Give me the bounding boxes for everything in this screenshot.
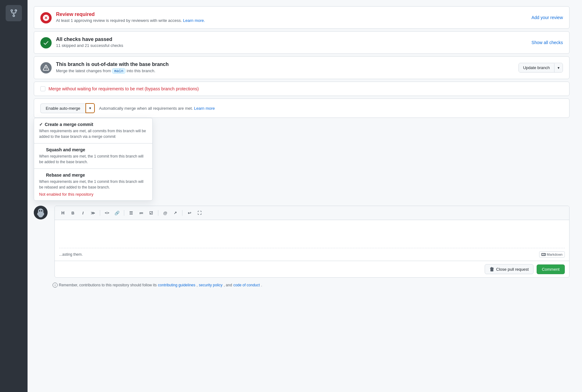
svg-point-6	[41, 210, 42, 211]
avatar-column	[34, 206, 50, 219]
bold-icon[interactable]: B	[69, 209, 77, 217]
branch-title: This branch is out-of-date with the base…	[56, 62, 518, 67]
success-icon	[40, 37, 52, 48]
reference-icon[interactable]: ↗	[171, 209, 179, 217]
error-icon	[40, 12, 52, 23]
checks-content: All checks have passed 11 skipped and 21…	[56, 37, 532, 48]
merge-commit-title: ✓ Create a merge commit	[39, 122, 147, 127]
checks-title: All checks have passed	[56, 37, 532, 42]
branch-action: Update branch ▾	[518, 63, 563, 73]
checks-description: 11 skipped and 21 successful checks	[56, 43, 532, 48]
merge-type-dropdown: ✓ Create a merge commit When requirement…	[34, 118, 153, 201]
heading-icon[interactable]: H	[59, 209, 67, 217]
security-policy-link[interactable]: security policy	[199, 283, 222, 287]
contributing-footer: i Remember, contributions to this reposi…	[34, 280, 569, 288]
automerge-learn-more-link[interactable]: Learn more	[194, 106, 215, 111]
undo-icon[interactable]: ↩	[186, 209, 193, 217]
squash-merge-title: Squash and merge	[39, 147, 147, 152]
comment-body: H B I ≫ <> 🔗 ☰ ≔ ☑ @ ↗ ↩ ⛶	[54, 206, 569, 278]
branch-content: This branch is out-of-date with the base…	[56, 62, 518, 74]
add-review-link[interactable]: Add your review	[532, 15, 563, 20]
merge-commit-option[interactable]: ✓ Create a merge commit When requirement…	[34, 118, 152, 143]
comment-footer: Close pull request Comment	[55, 261, 569, 277]
automerge-row: Enable auto-merge ▾ Automatically merge …	[34, 98, 569, 118]
contributing-guidelines-link[interactable]: contributing guidelines	[158, 283, 195, 287]
rebase-merge-option[interactable]: Rebase and merge When requirements are m…	[34, 169, 152, 200]
automerge-description: Automatically merge when all requirement…	[99, 106, 215, 111]
link-icon[interactable]: 🔗	[113, 209, 121, 217]
ordered-list-icon[interactable]: ≔	[137, 209, 145, 217]
bypass-label: Merge without waiting for requirements t…	[48, 86, 199, 91]
code-icon[interactable]: <>	[103, 209, 111, 217]
squash-merge-description: When requirements are met, the 1 commit …	[39, 153, 147, 165]
show-all-checks-link[interactable]: Show all checks	[532, 40, 563, 45]
fullscreen-icon[interactable]: ⛶	[196, 209, 203, 217]
italic-icon[interactable]: I	[79, 209, 87, 217]
toolbar-separator-1	[100, 210, 100, 216]
close-pr-label: Close pull request	[496, 267, 529, 272]
toolbar-separator-3	[158, 210, 158, 216]
rebase-merge-disabled-label: Not enabled for this repository	[39, 192, 147, 197]
sidebar	[0, 0, 28, 392]
update-branch-dropdown-button[interactable]: ▾	[554, 63, 563, 72]
merge-commit-description: When requirements are met, all commits f…	[39, 128, 147, 139]
comment-textarea-area: ...asting them. Markdown	[55, 220, 569, 261]
checks-action: Show all checks	[532, 40, 563, 45]
warning-icon	[40, 62, 52, 73]
close-pull-request-button[interactable]: Close pull request	[485, 264, 534, 274]
rebase-merge-description: When requirements are met, the 1 commit …	[39, 179, 147, 190]
review-content: Review required At least 1 approving rev…	[56, 12, 532, 23]
mention-icon[interactable]: @	[161, 209, 169, 217]
toolbar-separator-2	[124, 210, 124, 216]
main-content: Review required At least 1 approving rev…	[28, 0, 582, 392]
branch-badge: main	[112, 68, 125, 74]
contrib-text-prefix: Remember, contributions to this reposito…	[59, 283, 157, 287]
code-of-conduct-link[interactable]: code of conduct	[233, 283, 260, 287]
svg-point-5	[39, 210, 40, 211]
update-branch-button[interactable]: Update branch	[519, 63, 554, 72]
quote-icon[interactable]: ≫	[89, 209, 97, 217]
review-title: Review required	[56, 12, 532, 17]
bypass-row: Merge without waiting for requirements t…	[34, 82, 569, 96]
markdown-badge: Markdown	[539, 251, 565, 258]
branch-description: Merge the latest changes from main into …	[56, 68, 518, 74]
enable-automerge-button[interactable]: Enable auto-merge	[40, 103, 85, 113]
update-branch-button-group: Update branch ▾	[518, 63, 563, 73]
comment-button[interactable]: Comment	[537, 264, 565, 274]
info-icon: i	[53, 283, 58, 288]
comment-section-wrapper: H B I ≫ <> 🔗 ☰ ≔ ☑ @ ↗ ↩ ⛶	[34, 206, 569, 280]
toolbar-separator-4	[182, 210, 182, 216]
task-list-icon[interactable]: ☑	[147, 209, 155, 217]
checks-passed-card: All checks have passed 11 skipped and 21…	[34, 31, 569, 54]
textarea-hint: ...asting them.	[59, 252, 83, 257]
comment-textarea[interactable]	[59, 223, 565, 248]
squash-merge-option[interactable]: Squash and merge When requirements are m…	[34, 143, 152, 169]
automerge-dropdown-button[interactable]: ▾	[85, 103, 95, 113]
unordered-list-icon[interactable]: ☰	[127, 209, 135, 217]
comment-toolbar: H B I ≫ <> 🔗 ☰ ≔ ☑ @ ↗ ↩ ⛶	[55, 206, 569, 220]
avatar	[34, 206, 48, 219]
branch-status-card: This branch is out-of-date with the base…	[34, 56, 569, 79]
review-learn-more-link[interactable]: Learn more.	[183, 18, 205, 23]
svg-point-4	[38, 213, 43, 217]
review-required-card: Review required At least 1 approving rev…	[34, 6, 569, 29]
bypass-checkbox[interactable]	[40, 86, 45, 91]
review-action: Add your review	[532, 15, 563, 20]
review-description: At least 1 approving review is required …	[56, 18, 532, 23]
rebase-merge-title: Rebase and merge	[39, 173, 147, 178]
sidebar-logo[interactable]	[6, 5, 22, 21]
